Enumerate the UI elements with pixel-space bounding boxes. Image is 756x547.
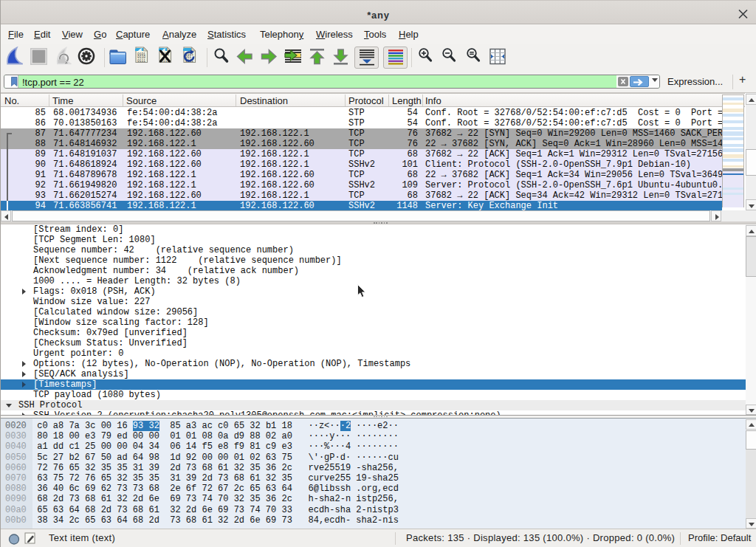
svg-text:0111: 0111 bbox=[137, 59, 145, 63]
